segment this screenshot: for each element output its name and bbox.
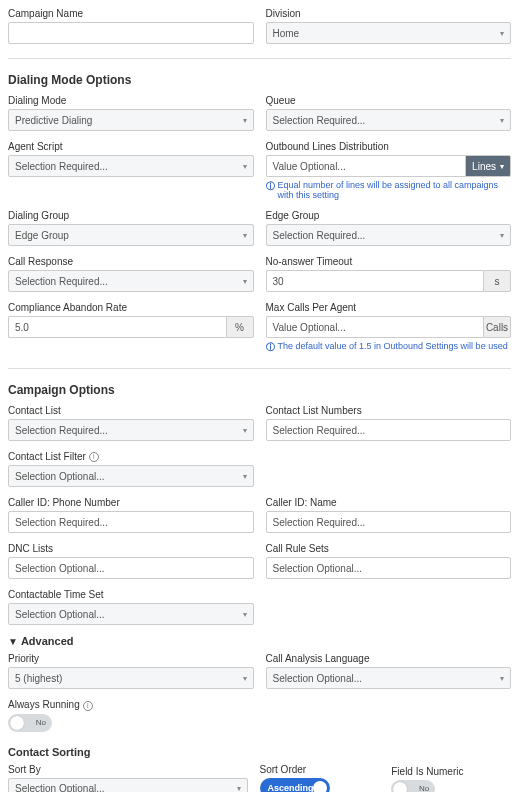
compliance-suffix: % — [226, 316, 254, 338]
agent-script-select[interactable]: Selection Required... ▾ — [8, 155, 254, 177]
dnc-lists-select[interactable]: Selection Optional... — [8, 557, 254, 579]
dialing-group-value: Edge Group — [15, 230, 69, 241]
info-icon: i — [83, 701, 93, 711]
caller-id-name-input[interactable]: Selection Required... — [266, 511, 512, 533]
division-select[interactable]: Home ▾ — [266, 22, 512, 44]
max-calls-label: Max Calls Per Agent — [266, 302, 357, 313]
dnc-lists-value: Selection Optional... — [15, 563, 105, 574]
contact-list-numbers-select[interactable]: Selection Required... — [266, 419, 512, 441]
max-calls-suffix: Calls — [483, 316, 511, 338]
field-numeric-label: Field Is Numeric — [391, 766, 463, 777]
caller-id-phone-label: Caller ID: Phone Number — [8, 497, 120, 508]
contact-sorting-title: Contact Sorting — [8, 746, 511, 758]
field-numeric-value: No — [419, 784, 429, 792]
outbound-note-text: Equal number of lines will be assigned t… — [278, 180, 512, 200]
advanced-toggle[interactable]: ▼ Advanced — [8, 635, 511, 647]
always-running-value: No — [36, 718, 46, 727]
arrow-down-icon: ▼ — [8, 636, 18, 647]
edge-group-select[interactable]: Selection Required... ▾ — [266, 224, 512, 246]
priority-select[interactable]: 5 (highest) ▾ — [8, 667, 254, 689]
sort-order-value: Ascending — [268, 783, 314, 792]
info-icon: i — [89, 452, 99, 462]
divider — [8, 58, 511, 59]
chevron-down-icon: ▾ — [243, 162, 247, 171]
max-calls-value: Value Optional... — [273, 322, 346, 333]
contact-list-label: Contact List — [8, 405, 61, 416]
call-rule-sets-label: Call Rule Sets — [266, 543, 329, 554]
outbound-lines-label: Outbound Lines Distribution — [266, 141, 389, 152]
no-answer-input[interactable]: 30 — [266, 270, 484, 292]
outbound-lines-suffix: Lines — [472, 161, 496, 172]
priority-label: Priority — [8, 653, 39, 664]
sort-by-value: Selection Optional... — [15, 783, 105, 792]
chevron-down-icon: ▾ — [243, 472, 247, 481]
agent-script-value: Selection Required... — [15, 161, 108, 172]
contact-list-select[interactable]: Selection Required... ▾ — [8, 419, 254, 441]
chevron-down-icon: ▾ — [243, 426, 247, 435]
dialing-mode-value: Predictive Dialing — [15, 115, 92, 126]
field-numeric-toggle[interactable]: No — [391, 780, 435, 792]
campaign-options-section-title: Campaign Options — [8, 383, 511, 397]
compliance-label: Compliance Abandon Rate — [8, 302, 127, 313]
max-calls-input[interactable]: Value Optional... — [266, 316, 484, 338]
dialing-mode-label: Dialing Mode — [8, 95, 66, 106]
chevron-down-icon: ▾ — [243, 277, 247, 286]
contactable-time-set-value: Selection Optional... — [15, 609, 105, 620]
chevron-down-icon: ▾ — [243, 674, 247, 683]
outbound-lines-suffix-select[interactable]: Lines ▾ — [465, 155, 511, 177]
advanced-toggle-label: Advanced — [21, 635, 74, 647]
contactable-time-set-label: Contactable Time Set — [8, 589, 104, 600]
outbound-lines-input[interactable]: Value Optional... — [266, 155, 466, 177]
chevron-down-icon: ▾ — [500, 231, 504, 240]
dnc-lists-label: DNC Lists — [8, 543, 53, 554]
division-label: Division — [266, 8, 301, 19]
dialing-mode-select[interactable]: Predictive Dialing ▾ — [8, 109, 254, 131]
division-value: Home — [273, 28, 300, 39]
queue-value: Selection Required... — [273, 115, 366, 126]
campaign-name-input[interactable] — [8, 22, 254, 44]
priority-value: 5 (highest) — [15, 673, 62, 684]
sort-by-select[interactable]: Selection Optional... ▾ — [8, 778, 248, 792]
campaign-name-label: Campaign Name — [8, 8, 83, 19]
call-analysis-lang-value: Selection Optional... — [273, 673, 363, 684]
edge-group-label: Edge Group — [266, 210, 320, 221]
contact-list-numbers-value: Selection Required... — [273, 425, 366, 436]
no-answer-value: 30 — [273, 276, 284, 287]
outbound-lines-value: Value Optional... — [273, 161, 346, 172]
contact-list-filter-value: Selection Optional... — [15, 471, 105, 482]
call-response-value: Selection Required... — [15, 276, 108, 287]
caller-id-name-value: Selection Required... — [273, 517, 366, 528]
compliance-input[interactable]: 5.0 — [8, 316, 226, 338]
outbound-lines-note: ⓘ Equal number of lines will be assigned… — [266, 180, 512, 200]
chevron-down-icon: ▾ — [237, 784, 241, 792]
sort-order-toggle[interactable]: Ascending — [260, 778, 330, 792]
always-running-toggle[interactable]: No — [8, 714, 52, 732]
max-calls-note: ⓘ The default value of 1.5 in Outbound S… — [266, 341, 512, 354]
chevron-down-icon: ▾ — [243, 610, 247, 619]
caller-id-phone-input[interactable]: Selection Required... — [8, 511, 254, 533]
queue-select[interactable]: Selection Required... ▾ — [266, 109, 512, 131]
queue-label: Queue — [266, 95, 296, 106]
call-rule-sets-select[interactable]: Selection Optional... — [266, 557, 512, 579]
dialing-group-select[interactable]: Edge Group ▾ — [8, 224, 254, 246]
toggle-knob — [313, 781, 327, 792]
sort-by-label: Sort By — [8, 764, 41, 775]
call-analysis-lang-select[interactable]: Selection Optional... ▾ — [266, 667, 512, 689]
divider — [8, 368, 511, 369]
info-icon: ⓘ — [266, 180, 275, 193]
chevron-down-icon: ▾ — [500, 162, 504, 171]
sort-order-label: Sort Order — [260, 764, 307, 775]
contact-list-filter-label: Contact List Filteri — [8, 451, 99, 462]
contact-list-numbers-label: Contact List Numbers — [266, 405, 362, 416]
chevron-down-icon: ▾ — [243, 231, 247, 240]
contact-list-filter-select[interactable]: Selection Optional... ▾ — [8, 465, 254, 487]
compliance-value: 5.0 — [15, 322, 29, 333]
agent-script-label: Agent Script — [8, 141, 62, 152]
call-response-select[interactable]: Selection Required... ▾ — [8, 270, 254, 292]
caller-id-phone-value: Selection Required... — [15, 517, 108, 528]
no-answer-suffix: s — [483, 270, 511, 292]
contactable-time-set-select[interactable]: Selection Optional... ▾ — [8, 603, 254, 625]
chevron-down-icon: ▾ — [500, 116, 504, 125]
dialing-group-label: Dialing Group — [8, 210, 69, 221]
call-rule-sets-value: Selection Optional... — [273, 563, 363, 574]
